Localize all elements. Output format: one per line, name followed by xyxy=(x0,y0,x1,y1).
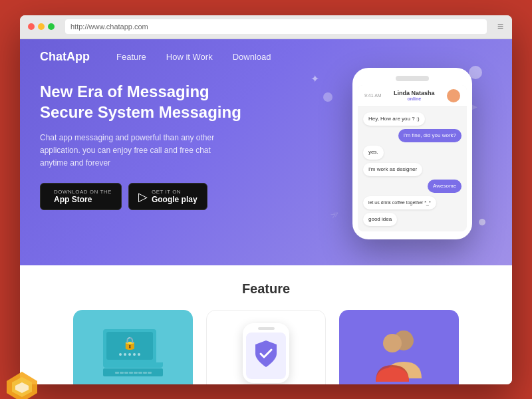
googleplay-button[interactable]: ▷ GET IT ON Google play xyxy=(128,183,207,210)
connect-card-bg xyxy=(339,310,459,384)
appstore-main: App Store xyxy=(54,195,112,204)
nav-feature[interactable]: Feature xyxy=(116,52,146,62)
maximize-button[interactable] xyxy=(48,23,55,30)
browser-window: http://www.chatapp.com ≡ ▶ ≫ ✦ ChatApp F… xyxy=(20,15,512,384)
feature-card-secure: Secure xyxy=(206,310,326,384)
msg-6: let us drink coffee together *_* xyxy=(363,196,436,209)
googleplay-main: Google play xyxy=(152,195,198,204)
chat-messages: Hey, How are you ? :) I'm fine, did you … xyxy=(358,107,467,231)
hero-title-line1: New Era of Messaging xyxy=(40,82,209,100)
brand-logo[interactable]: ChatApp xyxy=(40,50,90,64)
phone-header: 9:41 AM Linda Natasha online xyxy=(358,85,467,107)
msg-4: I'm work as designer xyxy=(363,163,422,176)
hero-section: ▶ ≫ ✦ ChatApp Feature How it Work Downlo… xyxy=(20,39,512,265)
secure-phone-icon xyxy=(243,323,289,383)
privacy-card-bg: ✓ 🔒 xyxy=(73,310,193,384)
laptop-screen: 🔒 xyxy=(103,329,156,362)
secure-card-bg xyxy=(206,310,326,384)
window-controls xyxy=(28,23,55,30)
key-4 xyxy=(129,372,133,374)
nav-how-it-work[interactable]: How it Work xyxy=(166,52,213,62)
msg-7: good idea xyxy=(363,213,397,226)
contact-avatar xyxy=(447,89,460,102)
msg-3: yes. xyxy=(363,146,384,159)
address-bar[interactable]: http://www.chatapp.com xyxy=(65,19,487,34)
googleplay-text: GET IT ON Google play xyxy=(152,189,198,204)
features-grid: ✓ 🔒 xyxy=(40,310,492,384)
laptop-screen-inner: 🔒 xyxy=(106,332,153,360)
features-section: Feature ✓ 🔒 xyxy=(20,265,512,384)
shield-check-icon xyxy=(253,339,279,372)
pwd-dot-2 xyxy=(124,353,126,356)
password-dots xyxy=(119,353,140,356)
key-5 xyxy=(134,372,138,374)
googleplay-sub: GET IT ON xyxy=(152,189,198,195)
menu-icon[interactable]: ≡ xyxy=(497,21,504,33)
appstore-button[interactable]: Download on the App Store xyxy=(40,183,122,210)
laptop-keyboard xyxy=(103,368,163,376)
sketch-logo xyxy=(5,370,29,394)
msg-5: Awesome xyxy=(428,180,462,193)
appstore-sub: Download on the xyxy=(54,189,112,195)
feature-card-connect: Connect xyxy=(339,310,459,384)
key-1 xyxy=(115,372,119,374)
hero-description: Chat app messaging and powerful than any… xyxy=(40,132,226,170)
features-title: Feature xyxy=(40,281,492,297)
pwd-dot-3 xyxy=(128,353,131,356)
play-icon: ▷ xyxy=(138,190,148,204)
contact-name: Linda Natasha xyxy=(382,90,447,96)
phone-contact: Linda Natasha online xyxy=(382,90,447,101)
phone-frame: 9:41 AM Linda Natasha online Hey, How ar… xyxy=(352,68,472,239)
key-7 xyxy=(143,372,147,374)
appstore-text: Download on the App Store xyxy=(54,189,112,204)
phone-mockup: 9:41 AM Linda Natasha online Hey, How ar… xyxy=(352,68,472,239)
page-content: ▶ ≫ ✦ ChatApp Feature How it Work Downlo… xyxy=(20,39,512,384)
msg-1: Hey, How are you ? :) xyxy=(363,112,425,126)
pwd-dot-1 xyxy=(119,353,122,356)
laptop-base xyxy=(103,362,163,368)
key-3 xyxy=(124,372,128,374)
msg-2: I'm fine, did you work? xyxy=(398,129,462,142)
close-button[interactable] xyxy=(28,23,35,30)
url-text: http://www.chatapp.com xyxy=(70,23,148,31)
phone-notch xyxy=(396,76,429,81)
contact-status: online xyxy=(382,96,447,101)
key-8 xyxy=(148,372,152,374)
key-2 xyxy=(120,372,124,374)
key-6 xyxy=(138,372,142,374)
nav-download[interactable]: Download xyxy=(233,52,271,62)
people-icon xyxy=(362,322,436,384)
svg-point-1 xyxy=(383,334,402,352)
lock-icon: 🔒 xyxy=(122,336,137,350)
phone-status-bar: 9:41 AM xyxy=(364,93,382,98)
hero-body: New Era of Messaging Secure System Messa… xyxy=(20,74,512,224)
secure-phone-screen xyxy=(246,332,286,379)
pwd-dot-5 xyxy=(138,353,140,356)
minimize-button[interactable] xyxy=(38,23,45,30)
privacy-laptop-icon: ✓ 🔒 xyxy=(103,329,163,376)
browser-toolbar: http://www.chatapp.com ≡ xyxy=(20,15,512,39)
feature-card-privacy: ✓ 🔒 xyxy=(73,310,193,384)
hero-title-line2: Secure System Messaging xyxy=(40,103,241,121)
secure-phone-notch xyxy=(258,327,275,330)
phone-screen: 9:41 AM Linda Natasha online Hey, How ar… xyxy=(358,85,467,231)
pwd-dot-4 xyxy=(133,353,136,356)
